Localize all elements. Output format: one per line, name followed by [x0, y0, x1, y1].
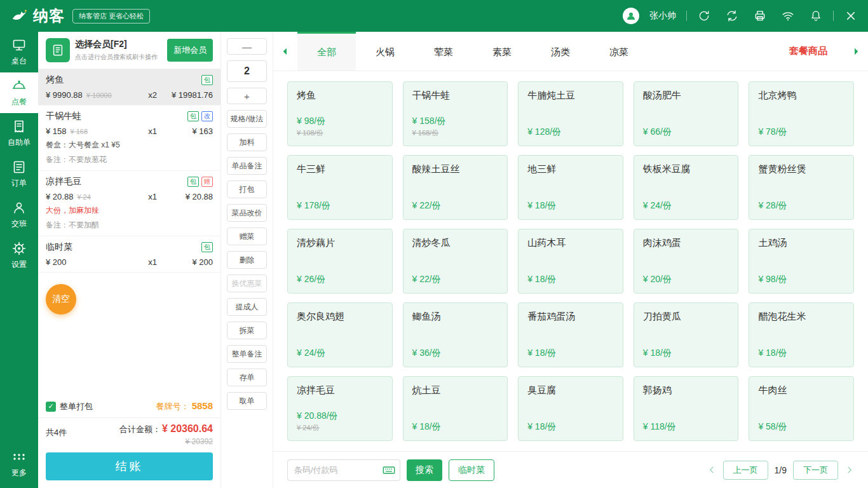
order-summary: 共4件 合计金额： ¥ 20360.64 ¥ 20392	[38, 417, 220, 449]
product-name: 酸汤肥牛	[643, 90, 729, 102]
action-button[interactable]: 赠菜	[227, 227, 267, 245]
product-card[interactable]: 北京烤鸭 ¥ 78/份	[749, 81, 854, 146]
refresh-icon[interactable]	[725, 9, 739, 23]
product-card[interactable]: 牛肉丝 ¥ 58/份	[749, 376, 854, 441]
tabs-scroll-left-icon[interactable]	[273, 32, 297, 71]
page-left-chevron-icon[interactable]	[707, 465, 717, 475]
product-card[interactable]: 烤鱼 ¥ 98/份 ¥ 108/份	[287, 81, 393, 146]
product-card[interactable]: 刀拍黄瓜 ¥ 18/份	[634, 302, 739, 367]
action-button[interactable]: 删除	[227, 251, 267, 269]
product-card[interactable]: 奥尔良鸡翅 ¥ 24/份	[287, 302, 393, 367]
cart-item[interactable]: 烤鱼 包 ¥ 9990.88 ¥ 10000 x2 ¥ 19981.76	[38, 69, 220, 105]
product-card[interactable]: 酸辣土豆丝 ¥ 22/份	[403, 155, 508, 220]
product-card[interactable]: 酸汤肥牛 ¥ 66/份	[634, 81, 739, 146]
category-tab[interactable]: 荤菜	[414, 32, 473, 71]
close-icon[interactable]	[844, 9, 858, 23]
action-button[interactable]: 取单	[227, 392, 267, 410]
sidebar-item-table[interactable]: 桌台	[0, 32, 38, 72]
user-avatar[interactable]	[623, 8, 639, 24]
next-page-button[interactable]: 下一页	[793, 461, 838, 480]
cart-item-badge: 包	[201, 242, 213, 252]
action-button[interactable]: 加料	[227, 133, 267, 151]
action-button[interactable]: 存单	[227, 369, 267, 386]
product-card[interactable]: 臭豆腐 ¥ 18/份	[518, 376, 623, 441]
member-select-text: 选择会员[F2] 点击进行会员搜索或刷卡操作	[75, 39, 162, 62]
qty-minus-button[interactable]: —	[227, 38, 267, 55]
product-price: ¥ 18/份	[758, 348, 844, 359]
action-button[interactable]: 规格/做法	[227, 110, 267, 128]
product-card[interactable]: 清炒藕片 ¥ 26/份	[287, 229, 393, 294]
category-tab[interactable]: 素菜	[473, 32, 531, 71]
cart-item-badge: 包	[187, 177, 199, 187]
clear-cart-button[interactable]: 清空	[46, 284, 76, 315]
product-card[interactable]: 醋泡花生米 ¥ 18/份	[749, 302, 854, 367]
product-card[interactable]: 鲫鱼汤 ¥ 36/份	[403, 302, 508, 367]
category-tab[interactable]: 全部	[297, 32, 356, 71]
product-price: ¥ 78/份	[758, 126, 844, 138]
tabs-scroll-right-icon[interactable]	[844, 32, 868, 71]
more-icon	[11, 449, 27, 464]
keyboard-icon[interactable]	[382, 463, 396, 477]
cart-item[interactable]: 临时菜 包 ¥ 200 x1 ¥ 200	[38, 236, 220, 273]
category-tab[interactable]: 汤类	[531, 32, 590, 71]
combo-products-tab[interactable]: 套餐商品	[773, 32, 844, 71]
product-price: ¥ 178/份	[297, 200, 383, 212]
action-button[interactable]: 打包	[227, 180, 267, 198]
page-right-chevron-icon[interactable]	[844, 465, 854, 475]
prev-page-button[interactable]: 上一页	[723, 461, 768, 480]
cart-items: 烤鱼 包 ¥ 9990.88 ¥ 10000 x2 ¥ 19981.76 干锅牛…	[38, 69, 220, 273]
cart-item[interactable]: 干锅牛蛙 包改 ¥ 158 ¥ 168 x1 ¥ 163 餐盒：大号餐盒 x1 …	[38, 105, 220, 171]
product-card[interactable]: 清炒冬瓜 ¥ 22/份	[403, 229, 508, 294]
product-card[interactable]: 牛三鲜 ¥ 178/份	[287, 155, 393, 220]
product-card[interactable]: 肉沫鸡蛋 ¥ 20/份	[634, 229, 739, 294]
sidebar-item-settings[interactable]: 设置	[0, 235, 38, 276]
brand-name: 纳客	[33, 6, 65, 26]
product-card[interactable]: 地三鲜 ¥ 18/份	[518, 155, 623, 220]
product-card[interactable]: 牛腩炖土豆 ¥ 128/份	[518, 81, 623, 146]
action-button[interactable]: 菜品改价	[227, 204, 267, 222]
sidebar-item-shift[interactable]: 交班	[0, 194, 38, 235]
search-button[interactable]: 搜索	[407, 459, 442, 481]
product-price: ¥ 18/份	[527, 200, 614, 212]
bell-icon[interactable]	[809, 9, 823, 23]
product-card[interactable]: 郭扬鸡 ¥ 118/份	[634, 376, 739, 441]
sidebar-item-selforder[interactable]: 自助单	[0, 113, 38, 154]
product-name: 炕土豆	[412, 384, 499, 396]
action-button[interactable]: 拆菜	[227, 322, 267, 339]
checkout-button[interactable]: 结账	[46, 452, 213, 480]
product-card[interactable]: 炕土豆 ¥ 18/份	[403, 376, 508, 441]
product-card[interactable]: 干锅牛蛙 ¥ 158/份 ¥ 168/份	[403, 81, 508, 146]
cart-item-price: ¥ 158	[46, 126, 67, 136]
wifi-icon[interactable]	[781, 9, 795, 23]
temp-dish-button[interactable]: 临时菜	[449, 459, 494, 481]
cart-item-price: ¥ 200	[46, 257, 67, 267]
product-name: 山药木耳	[527, 237, 614, 249]
category-tab[interactable]: 火锅	[356, 32, 414, 71]
pack-whole-order-checkbox[interactable]: ✓	[46, 402, 56, 412]
product-prices: ¥ 128/份	[527, 126, 614, 138]
qty-plus-button[interactable]: +	[227, 88, 267, 104]
product-card[interactable]: 铁板米豆腐 ¥ 24/份	[634, 155, 739, 220]
product-card[interactable]: 蟹黄粉丝煲 ¥ 28/份	[749, 155, 854, 220]
action-button[interactable]: 提成人	[227, 298, 267, 316]
sync-icon[interactable]	[697, 9, 711, 23]
add-member-button[interactable]: 新增会员	[167, 39, 213, 62]
product-card[interactable]: 山药木耳 ¥ 18/份	[518, 229, 623, 294]
action-button[interactable]: 整单备注	[227, 345, 267, 363]
member-select-bar[interactable]: 选择会员[F2] 点击进行会员搜索或刷卡操作 新增会员	[38, 32, 220, 69]
cart-item[interactable]: 凉拌毛豆 包赠 ¥ 20.88 ¥ 24 x1 ¥ 20.88 大份，加麻加辣备…	[38, 171, 220, 236]
sidebar-item-order[interactable]: 点餐	[0, 72, 38, 113]
sidebar-item-more[interactable]: 更多	[0, 444, 38, 484]
sidebar-item-orders[interactable]: 订单	[0, 154, 38, 194]
category-tab[interactable]: 凉菜	[590, 32, 648, 71]
product-prices: ¥ 24/份	[297, 348, 383, 359]
product-prices: ¥ 98/份	[758, 274, 844, 285]
product-card[interactable]: 番茄鸡蛋汤 ¥ 18/份	[518, 302, 623, 367]
action-button[interactable]: 换优惠菜	[227, 274, 267, 292]
printer-icon[interactable]	[753, 9, 767, 23]
brand-bird-icon	[10, 6, 29, 25]
product-card[interactable]: 凉拌毛豆 ¥ 20.88/份 ¥ 24/份	[287, 376, 393, 441]
action-button[interactable]: 单品备注	[227, 157, 267, 175]
product-card[interactable]: 土鸡汤 ¥ 98/份	[749, 229, 854, 294]
member-select-subtitle: 点击进行会员搜索或刷卡操作	[75, 53, 162, 62]
